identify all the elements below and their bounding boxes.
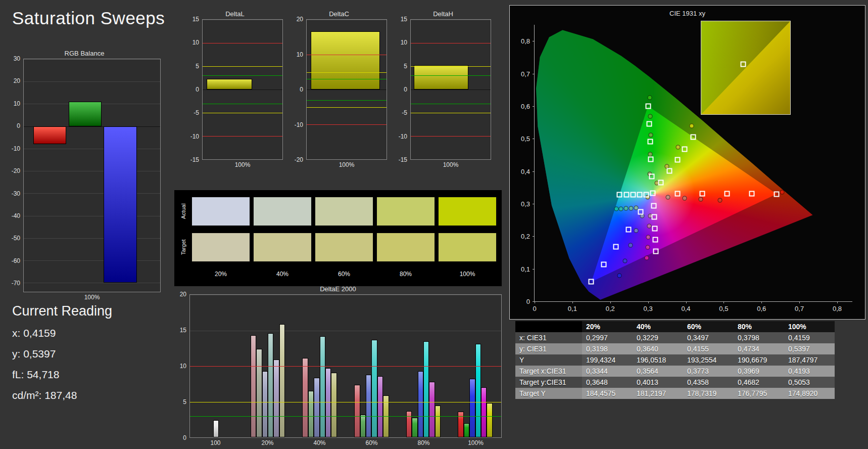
current-reading-title: Current Reading [12,303,112,319]
cie-x-tick-mark [799,301,800,303]
deltae-bar [469,379,475,437]
actual-swatch [376,197,435,226]
table-value-cell: 193,2554 [683,354,734,366]
cie-target-square [700,191,705,196]
table-corner-cell [515,321,582,332]
y-tick-label: 20 [297,16,303,22]
table-value-cell: 0,4193 [784,366,835,377]
deltaH-chart-bar [414,65,468,89]
swatch-grid: ActualTarget20%40%60%80%100% [178,197,498,279]
deltae-bar [262,371,268,437]
y-tick-label: -15 [190,157,199,163]
y-tick-label: 0 [196,86,199,93]
cie-x-tick-mark [648,301,649,303]
gridline [190,295,501,295]
y-tick-label: 0 [404,86,407,93]
cie-measurement-dot [647,224,651,229]
cie-target-square [638,209,643,214]
cie-measurement-dot [634,228,639,233]
cie-measurement-dot [665,195,670,200]
rgb-balance-body: 3020100-10-20-30-40-50-60-70 [8,59,161,292]
deltae-bar [423,341,429,437]
y-tick-label: 10 [401,39,407,46]
deltae-bar [213,420,219,437]
cie-target-square [623,192,629,198]
cie-measurement-dot [699,197,703,201]
y-tick-label: -20 [12,168,20,174]
rgb-x-axis: 100% [23,292,161,302]
cie-target-square [749,191,755,197]
cie-1931-panel: CIE 1931 xy 00,10,20,30,40,50,60,70,800,… [509,5,865,320]
reference-line [203,66,282,67]
cie-target-square [648,156,654,162]
y-tick-label: -10 [399,133,407,140]
deltae-bar [412,418,417,437]
y-tick-label: -30 [12,191,20,197]
delta-e-plot-area [189,294,502,438]
table-value-cell: 0,3564 [633,366,683,377]
cie-target-square [617,192,622,198]
table-value-cell: 0,4013 [633,377,683,388]
cie-measurement-dot [690,123,694,128]
gridline [307,20,387,20]
swatch-col-label: 40% [253,268,312,279]
delta-c-body: 20100-10-20 [291,19,387,160]
cie-target-square [613,244,619,250]
table-value-cell: 0,3969 [734,366,784,377]
cie-target-square [644,192,649,197]
table-col-header: 80% [734,321,784,332]
delta-h-x-axis: 100% [410,160,491,170]
table-value-cell: 178,7319 [683,388,734,399]
table-col-header: 60% [683,321,734,332]
delta-h-plot-area [410,19,491,160]
delta-e-2000-chart: DeltaE 2000 05101520 10020%40%60%80%100% [174,285,502,448]
x-axis-label: 100% [443,161,459,168]
cie-measurement-dot [624,206,629,210]
reference-line [203,136,282,137]
gridline [24,149,160,149]
table-value-cell: 199,4324 [582,354,633,366]
cie-y-tick-label: 0,4 [521,167,530,175]
y-tick-label: -5 [402,110,407,116]
table-row-label: x: CIE31 [515,332,582,343]
deltae-bar [302,358,308,437]
table-value-cell: 0,5053 [784,377,835,388]
current-reading-line: y: 0,5397 [12,348,112,360]
cie-x-tick-label: 0,8 [833,305,842,312]
cie-target-square [646,121,652,126]
cie-measurement-dot [717,198,722,202]
reference-line [307,107,387,108]
zero-line [307,89,387,90]
current-reading-line: fL: 54,718 [12,369,112,381]
rgb-plot-area [23,59,161,292]
table-row-label: y: CIE31 [515,343,582,354]
cie-target-square [650,191,656,196]
cie-target-square [682,146,688,152]
deltae-bar [314,378,319,437]
cie-x-tick-mark [686,301,687,303]
deltae-bar [406,411,412,437]
delta-l-y-axis: 151050-5-10-15 [187,19,202,160]
reference-line [203,113,282,113]
cie-measurement-dot [648,114,653,119]
cie-measurement-dot [614,206,618,211]
table-value-cell: 196,0518 [633,354,683,366]
deltae-bar [371,340,377,437]
swatch-col-label: 20% [191,268,250,279]
delta-c-y-axis: 20100-10-20 [291,19,306,160]
cie-y-tick-label: 0,6 [521,102,530,110]
deltaL-chart-bar [207,79,252,89]
reference-line [190,416,501,417]
cie-measurement-dot [617,273,622,278]
delta-h-chart: DeltaH 151050-5-10-15 100% [395,10,491,170]
cie-measurement-dot [622,258,627,263]
y-tick-label: 10 [180,363,186,369]
deltae-bar [487,403,492,437]
cie-target-square [647,139,653,144]
cie-x-tick-mark [610,301,611,303]
cie-measurement-dot [645,245,650,250]
table-value-cell: 0,2997 [582,332,633,343]
deltae-bar [279,324,285,437]
table-value-cell: 0,3640 [633,343,683,354]
y-tick-label: -10 [12,146,20,152]
